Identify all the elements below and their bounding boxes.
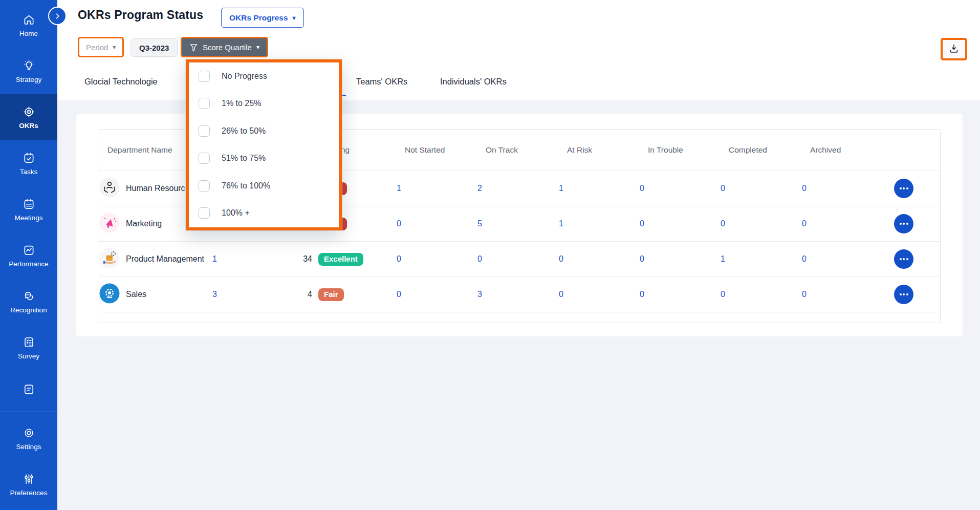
chevron-right-icon: [51, 10, 64, 23]
chevron-down-icon: ▾: [293, 15, 296, 21]
sidebar-item-survey[interactable]: Survey: [0, 325, 57, 371]
main-area: OKRs Program Status OKRs Progress ▾ Peri…: [57, 0, 980, 510]
score-quartile-option[interactable]: 1% to 25%: [189, 90, 339, 118]
checkbox[interactable]: [199, 207, 210, 219]
tab-teams[interactable]: Teams' OKRs: [356, 77, 407, 87]
selected-period-chip[interactable]: Q3-2023: [130, 38, 178, 57]
actions-cell: [883, 179, 940, 198]
on-track-count[interactable]: 5: [477, 219, 559, 228]
sales-department-icon: [99, 283, 120, 306]
column-header: Archived: [810, 145, 891, 155]
not-started-count[interactable]: 0: [397, 290, 477, 299]
not-started-count[interactable]: 0: [397, 219, 477, 228]
sidebar-item-okrs[interactable]: OKRs: [0, 94, 57, 140]
score-quartile-option[interactable]: 76% to 100%: [189, 172, 339, 200]
score-quartile-option[interactable]: No Progress: [189, 62, 339, 90]
notes-icon: [23, 383, 35, 396]
column-header: At Risk: [567, 145, 648, 155]
option-label: 100% +: [222, 208, 250, 218]
sidebar-item-label: Settings: [16, 443, 41, 451]
sidebar-item-recognition[interactable]: Recognition: [0, 279, 57, 325]
strategy-icon: [23, 59, 35, 72]
sidebar-item-settings[interactable]: Settings: [0, 415, 57, 461]
on-track-count[interactable]: 3: [477, 290, 559, 299]
sidebar-footer-nav: Settings Preferences: [0, 415, 57, 507]
actions-cell: [883, 285, 940, 304]
okrs-progress-dropdown-button[interactable]: OKRs Progress ▾: [221, 8, 304, 28]
table-row: Product Management 1 34 Excellent 0 0 0 …: [99, 241, 940, 277]
sidebar-item-preferences[interactable]: Preferences: [0, 461, 57, 507]
sidebar-item-label: Performance: [9, 260, 48, 268]
checkbox[interactable]: [199, 98, 210, 109]
at-risk-count[interactable]: 1: [559, 219, 640, 228]
performance-icon: [23, 244, 35, 257]
preferences-icon: [23, 473, 35, 485]
okrs-icon: [23, 105, 35, 118]
archived-count[interactable]: 0: [802, 184, 883, 193]
score-quartile-filter-button[interactable]: Score Quartile ▾: [181, 37, 268, 57]
objectives-count[interactable]: 3: [212, 290, 279, 299]
tab-individuals[interactable]: Individuals' OKRs: [440, 77, 507, 87]
product-department-icon: [99, 248, 120, 270]
sidebar-item-label: Tasks: [20, 168, 38, 176]
option-label: No Progress: [222, 72, 267, 81]
sidebar-item-performance[interactable]: Performance: [0, 232, 57, 279]
download-button[interactable]: [941, 38, 967, 60]
row-actions-button[interactable]: [894, 214, 913, 233]
objectives-count[interactable]: 1: [212, 254, 279, 264]
not-started-count[interactable]: 0: [397, 254, 477, 264]
table-row: Sales 3 4 Fair 0 3 0 0 0 0: [99, 277, 940, 312]
sidebar-expand-button[interactable]: [48, 7, 67, 25]
sidebar-item-label: Recognition: [10, 306, 47, 314]
completed-count[interactable]: 0: [721, 290, 802, 299]
settings-icon: [23, 427, 35, 439]
department-name: Sales: [126, 289, 209, 300]
row-actions-button[interactable]: [894, 285, 913, 304]
archived-count[interactable]: 0: [802, 254, 883, 264]
completed-count[interactable]: 0: [721, 219, 802, 228]
actions-cell: [883, 249, 940, 269]
meetings-icon: [23, 198, 35, 210]
at-risk-count[interactable]: 1: [559, 184, 640, 193]
at-risk-count[interactable]: 0: [559, 254, 640, 264]
app-root: Home Strategy OKRs Tasks Meetings Perfor…: [0, 0, 980, 510]
checkbox[interactable]: [199, 125, 210, 137]
on-track-count[interactable]: 0: [477, 254, 559, 264]
in-trouble-count[interactable]: 0: [640, 184, 721, 193]
in-trouble-count[interactable]: 0: [640, 290, 721, 299]
completed-count[interactable]: 1: [721, 254, 802, 264]
tasks-icon: [23, 152, 35, 164]
sidebar-item-notes[interactable]: [0, 371, 57, 408]
score-quartile-options: No Progress 1% to 25% 26% to 50% 51% to …: [189, 62, 339, 227]
chevron-down-icon: ▾: [113, 44, 116, 50]
score-value: 34: [279, 254, 313, 264]
score-quartile-option[interactable]: 26% to 50%: [189, 117, 339, 145]
column-header: Completed: [729, 145, 810, 155]
sidebar-item-strategy[interactable]: Strategy: [0, 48, 57, 94]
tab-glocial[interactable]: Glocial Technologie: [84, 77, 158, 87]
sidebar-item-home[interactable]: Home: [0, 2, 57, 48]
sidebar-item-tasks[interactable]: Tasks: [0, 140, 57, 186]
sidebar: Home Strategy OKRs Tasks Meetings Perfor…: [0, 0, 57, 510]
score-quartile-option[interactable]: 51% to 75%: [189, 145, 339, 173]
not-started-count[interactable]: 1: [397, 184, 477, 193]
checkbox[interactable]: [199, 180, 210, 192]
period-filter-button[interactable]: Period ▾: [78, 37, 124, 57]
in-trouble-count[interactable]: 0: [640, 219, 721, 228]
at-risk-count[interactable]: 0: [559, 290, 640, 299]
sidebar-item-meetings[interactable]: Meetings: [0, 186, 57, 232]
row-actions-button[interactable]: [894, 179, 913, 198]
grade-badge: Fair: [318, 288, 344, 301]
archived-count[interactable]: 0: [802, 290, 883, 299]
checkbox[interactable]: [199, 153, 210, 164]
in-trouble-count[interactable]: 0: [640, 254, 721, 264]
score-quartile-option[interactable]: 100% +: [189, 200, 339, 227]
download-icon: [948, 43, 960, 56]
on-track-count[interactable]: 2: [477, 184, 559, 193]
sidebar-item-label: Strategy: [16, 76, 41, 83]
archived-count[interactable]: 0: [802, 219, 883, 228]
filter-funnel-icon: [189, 43, 198, 52]
checkbox[interactable]: [199, 71, 210, 82]
completed-count[interactable]: 0: [721, 184, 802, 193]
row-actions-button[interactable]: [894, 249, 913, 269]
